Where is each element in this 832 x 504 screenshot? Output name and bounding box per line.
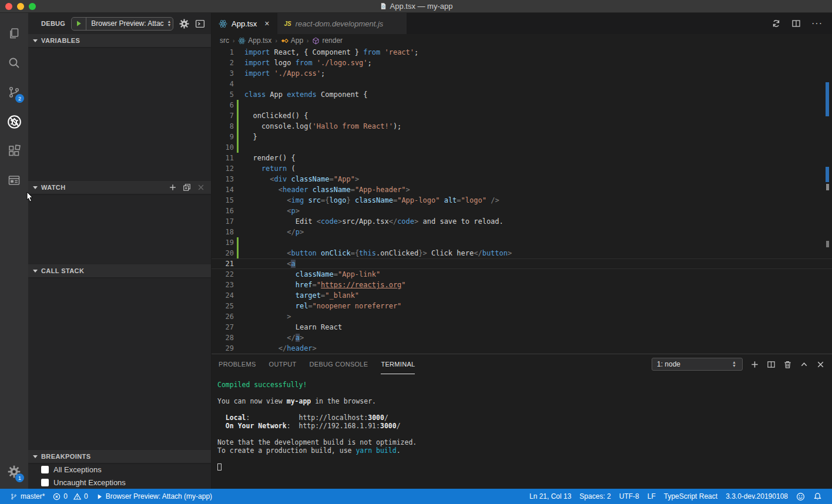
line-number[interactable]: 17: [212, 216, 234, 227]
kill-terminal-button[interactable]: [783, 360, 792, 369]
sidebar-item-search[interactable]: [0, 48, 28, 78]
code-line[interactable]: 10: [212, 142, 832, 153]
line-number[interactable]: 3: [212, 68, 234, 79]
add-watch-expression-button[interactable]: [169, 183, 177, 191]
line-number[interactable]: 22: [212, 269, 234, 280]
watch-section-header[interactable]: WATCH: [28, 181, 211, 194]
code-line[interactable]: 27 Learn React: [212, 322, 832, 332]
code-line[interactable]: 19: [212, 237, 832, 248]
breadcrumb-app-tsx[interactable]: App.tsx: [238, 36, 271, 45]
line-number[interactable]: 27: [212, 322, 234, 332]
breadcrumb-app-class[interactable]: App: [281, 36, 303, 45]
more-actions-button[interactable]: ···: [811, 18, 823, 29]
code-line[interactable]: 7 onClicked() {: [212, 110, 832, 121]
code-line[interactable]: 5class App extends Component {: [212, 89, 832, 100]
line-number[interactable]: 25: [212, 301, 234, 311]
sidebar-item-debug[interactable]: [0, 107, 28, 136]
terminal-select[interactable]: 1: node ▲▼: [652, 358, 743, 371]
code-line[interactable]: 26 >: [212, 311, 832, 322]
debug-status[interactable]: Browser Preview: Attach (my-app): [92, 489, 216, 504]
line-number[interactable]: 1: [212, 47, 234, 58]
line-number[interactable]: 29: [212, 343, 234, 354]
tab-problems[interactable]: PROBLEMS: [219, 354, 256, 374]
eol-status[interactable]: LF: [643, 492, 660, 500]
code-line[interactable]: 28 </a>: [212, 332, 832, 343]
line-number[interactable]: 16: [212, 206, 234, 216]
code-line[interactable]: 9 }: [212, 132, 832, 142]
code-line[interactable]: 21 <a: [212, 258, 832, 269]
code-line[interactable]: 4: [212, 79, 832, 89]
problems-status[interactable]: 0 0: [49, 489, 92, 504]
settings-button[interactable]: 1: [0, 457, 28, 486]
code-line[interactable]: 29 </header>: [212, 343, 832, 354]
close-panel-button[interactable]: [816, 360, 825, 369]
code-line[interactable]: 16 <p>: [212, 206, 832, 216]
line-number[interactable]: 2: [212, 58, 234, 68]
line-number[interactable]: 23: [212, 280, 234, 290]
code-line[interactable]: 3import './App.css';: [212, 68, 832, 79]
line-number[interactable]: 5: [212, 89, 234, 100]
language-mode-status[interactable]: TypeScript React: [660, 492, 722, 500]
maximize-panel-button[interactable]: [800, 360, 808, 369]
maximize-window-button[interactable]: [29, 3, 36, 10]
line-number[interactable]: 28: [212, 332, 234, 343]
breadcrumb-render-method[interactable]: render: [312, 36, 343, 45]
tab-app-tsx[interactable]: App.tsx ×: [212, 13, 277, 34]
new-terminal-button[interactable]: [750, 360, 759, 369]
line-number[interactable]: 6: [212, 100, 234, 110]
remove-all-watch-button[interactable]: [197, 183, 205, 191]
sidebar-item-explorer[interactable]: [0, 19, 28, 48]
call-stack-section-header[interactable]: CALL STACK: [28, 264, 211, 277]
line-number[interactable]: 9: [212, 132, 234, 142]
line-number[interactable]: 4: [212, 79, 234, 89]
debug-config-dropdown[interactable]: Browser Preview: Attac ▲▼: [71, 17, 173, 31]
line-number[interactable]: 26: [212, 311, 234, 322]
minimize-window-button[interactable]: [17, 3, 24, 10]
line-number[interactable]: 8: [212, 121, 234, 132]
close-tab-icon[interactable]: ×: [264, 19, 269, 28]
code-line[interactable]: 12 return (: [212, 163, 832, 174]
line-number[interactable]: 7: [212, 110, 234, 121]
line-number[interactable]: 19: [212, 237, 234, 248]
line-number[interactable]: 11: [212, 153, 234, 163]
indentation-status[interactable]: Spaces: 2: [575, 492, 615, 500]
code-line[interactable]: 15 <img src={logo} className="App-logo" …: [212, 195, 832, 206]
code-line[interactable]: 1import React, { Component } from 'react…: [212, 47, 832, 58]
configure-debug-button[interactable]: [179, 19, 189, 29]
sidebar-item-extensions[interactable]: [0, 136, 28, 166]
code-line[interactable]: 2import logo from './logo.svg';: [212, 58, 832, 68]
notifications-button[interactable]: [809, 492, 826, 501]
split-terminal-button[interactable]: [767, 360, 776, 369]
breadcrumb-src[interactable]: src: [220, 36, 229, 45]
line-number[interactable]: 14: [212, 184, 234, 195]
line-number[interactable]: 18: [212, 227, 234, 237]
code-line[interactable]: 23 href="https://reactjs.org": [212, 280, 832, 290]
tab-debug-console[interactable]: DEBUG CONSOLE: [310, 354, 368, 374]
code-line[interactable]: 22 className="App-link": [212, 269, 832, 280]
line-number[interactable]: 20: [212, 248, 234, 258]
sync-changes-button[interactable]: [771, 19, 781, 28]
line-number[interactable]: 13: [212, 174, 234, 184]
tab-terminal[interactable]: TERMINAL: [381, 354, 415, 374]
cursor-position-status[interactable]: Ln 21, Col 13: [525, 492, 575, 500]
overview-ruler[interactable]: [824, 47, 832, 354]
encoding-status[interactable]: UTF-8: [615, 492, 643, 500]
code-line[interactable]: 25 rel="noopener noreferrer": [212, 301, 832, 311]
version-status[interactable]: 3.3.0-dev.20190108: [722, 492, 792, 500]
code-line[interactable]: 13 <div className="App">: [212, 174, 832, 184]
code-line[interactable]: 17 Edit <code>src/App.tsx</code> and sav…: [212, 216, 832, 227]
code-line[interactable]: 18 </p>: [212, 227, 832, 237]
tab-output[interactable]: OUTPUT: [269, 354, 297, 374]
line-number[interactable]: 24: [212, 290, 234, 301]
sidebar-item-browser-preview[interactable]: [0, 166, 28, 195]
code-line[interactable]: 6: [212, 100, 832, 110]
code-line[interactable]: 11 render() {: [212, 153, 832, 163]
breakpoint-all-exceptions[interactable]: All Exceptions: [28, 463, 211, 476]
code-line[interactable]: 20 <button onClick={this.onClicked}> Cli…: [212, 248, 832, 258]
terminal-output[interactable]: Compiled successfully! You can now view …: [212, 374, 832, 489]
variables-section-header[interactable]: VARIABLES: [28, 34, 211, 47]
line-number[interactable]: 21: [212, 258, 234, 269]
checkbox[interactable]: [41, 479, 49, 486]
git-branch-status[interactable]: master*: [6, 489, 49, 504]
close-window-button[interactable]: [5, 3, 12, 10]
